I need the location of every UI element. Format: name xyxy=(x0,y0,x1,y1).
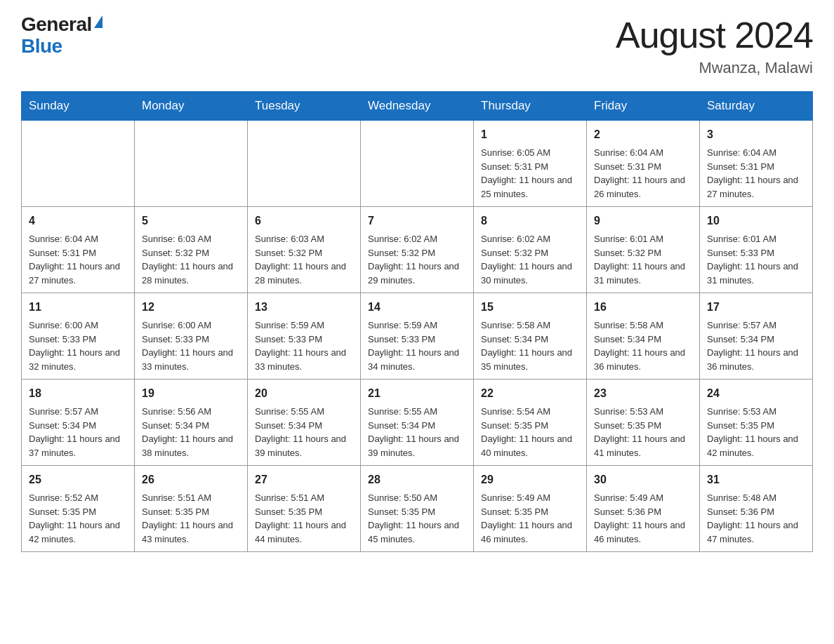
header-tuesday: Tuesday xyxy=(248,92,361,121)
calendar-cell: 29Sunrise: 5:49 AMSunset: 5:35 PMDayligh… xyxy=(474,466,587,552)
header-wednesday: Wednesday xyxy=(361,92,474,121)
day-info: Daylight: 11 hours and 31 minutes. xyxy=(707,260,805,287)
day-info: Daylight: 11 hours and 28 minutes. xyxy=(142,260,240,287)
calendar-cell: 2Sunrise: 6:04 AMSunset: 5:31 PMDaylight… xyxy=(587,121,700,207)
day-info: Daylight: 11 hours and 40 minutes. xyxy=(481,432,579,459)
day-info: Sunset: 5:34 PM xyxy=(481,333,579,347)
day-info: Sunset: 5:35 PM xyxy=(255,505,353,519)
day-number: 7 xyxy=(368,213,466,229)
calendar-cell: 4Sunrise: 6:04 AMSunset: 5:31 PMDaylight… xyxy=(22,207,135,293)
day-info: Sunrise: 5:59 AM xyxy=(255,318,353,333)
calendar-cell: 13Sunrise: 5:59 AMSunset: 5:33 PMDayligh… xyxy=(248,293,361,380)
day-info: Daylight: 11 hours and 39 minutes. xyxy=(368,432,466,459)
day-info: Daylight: 11 hours and 47 minutes. xyxy=(707,518,805,546)
day-number: 24 xyxy=(707,385,805,402)
day-info: Sunrise: 6:04 AM xyxy=(29,232,127,246)
week-row-5: 25Sunrise: 5:52 AMSunset: 5:35 PMDayligh… xyxy=(22,466,813,552)
day-info: Sunset: 5:34 PM xyxy=(255,419,353,433)
day-info: Daylight: 11 hours and 45 minutes. xyxy=(368,518,466,546)
day-info: Sunset: 5:33 PM xyxy=(29,333,127,347)
day-info: Sunset: 5:33 PM xyxy=(368,333,466,347)
header-sunday: Sunday xyxy=(22,92,135,121)
day-info: Sunrise: 5:51 AM xyxy=(142,491,240,505)
calendar-cell: 22Sunrise: 5:54 AMSunset: 5:35 PMDayligh… xyxy=(474,380,587,466)
day-info: Sunset: 5:35 PM xyxy=(481,505,579,519)
day-info: Sunrise: 5:59 AM xyxy=(368,318,466,333)
day-info: Daylight: 11 hours and 36 minutes. xyxy=(594,346,692,373)
calendar-cell: 20Sunrise: 5:55 AMSunset: 5:34 PMDayligh… xyxy=(248,380,361,466)
day-info: Sunrise: 5:53 AM xyxy=(594,405,692,419)
day-number: 1 xyxy=(481,126,579,143)
header-row: SundayMondayTuesdayWednesdayThursdayFrid… xyxy=(22,92,813,121)
calendar-cell: 7Sunrise: 6:02 AMSunset: 5:32 PMDaylight… xyxy=(361,207,474,293)
day-info: Sunset: 5:31 PM xyxy=(594,160,692,174)
logo-general-text: General xyxy=(21,14,92,36)
day-info: Sunrise: 5:56 AM xyxy=(142,405,240,419)
calendar-cell: 23Sunrise: 5:53 AMSunset: 5:35 PMDayligh… xyxy=(587,380,700,466)
calendar-cell: 16Sunrise: 5:58 AMSunset: 5:34 PMDayligh… xyxy=(587,293,700,380)
week-row-1: 1Sunrise: 6:05 AMSunset: 5:31 PMDaylight… xyxy=(22,121,813,207)
day-info: Sunset: 5:32 PM xyxy=(368,246,466,260)
week-row-3: 11Sunrise: 6:00 AMSunset: 5:33 PMDayligh… xyxy=(22,293,813,380)
day-info: Daylight: 11 hours and 26 minutes. xyxy=(594,173,692,201)
day-number: 8 xyxy=(481,213,579,229)
calendar-cell: 21Sunrise: 5:55 AMSunset: 5:34 PMDayligh… xyxy=(361,380,474,466)
calendar-cell: 11Sunrise: 6:00 AMSunset: 5:33 PMDayligh… xyxy=(22,293,135,380)
day-info: Sunset: 5:33 PM xyxy=(142,333,240,347)
calendar-cell: 27Sunrise: 5:51 AMSunset: 5:35 PMDayligh… xyxy=(248,466,361,552)
day-number: 17 xyxy=(707,299,805,316)
day-info: Sunrise: 6:02 AM xyxy=(368,232,466,246)
day-info: Sunrise: 6:02 AM xyxy=(481,232,579,246)
header-saturday: Saturday xyxy=(700,92,813,121)
calendar-cell: 5Sunrise: 6:03 AMSunset: 5:32 PMDaylight… xyxy=(135,207,248,293)
day-info: Sunset: 5:36 PM xyxy=(707,505,805,519)
day-number: 19 xyxy=(142,385,240,402)
day-number: 14 xyxy=(368,299,466,316)
day-info: Sunset: 5:35 PM xyxy=(29,505,127,519)
day-number: 6 xyxy=(255,213,353,229)
calendar-body: 1Sunrise: 6:05 AMSunset: 5:31 PMDaylight… xyxy=(22,121,813,552)
day-number: 4 xyxy=(29,213,127,229)
day-info: Sunset: 5:31 PM xyxy=(29,246,127,260)
day-info: Sunrise: 5:51 AM xyxy=(255,491,353,505)
header-monday: Monday xyxy=(135,92,248,121)
calendar-header: SundayMondayTuesdayWednesdayThursdayFrid… xyxy=(22,92,813,121)
day-number: 10 xyxy=(707,213,805,229)
day-number: 9 xyxy=(594,213,692,229)
day-info: Sunset: 5:34 PM xyxy=(29,419,127,433)
day-info: Sunset: 5:34 PM xyxy=(142,419,240,433)
day-number: 23 xyxy=(594,385,692,402)
day-info: Daylight: 11 hours and 27 minutes. xyxy=(707,173,805,201)
logo-triangle-icon xyxy=(94,15,102,28)
day-info: Sunset: 5:34 PM xyxy=(594,333,692,347)
day-info: Daylight: 11 hours and 37 minutes. xyxy=(29,432,127,459)
calendar-cell: 25Sunrise: 5:52 AMSunset: 5:35 PMDayligh… xyxy=(22,466,135,552)
day-info: Sunrise: 5:53 AM xyxy=(707,405,805,419)
day-number: 12 xyxy=(142,299,240,316)
day-info: Sunset: 5:35 PM xyxy=(594,419,692,433)
day-info: Sunrise: 5:55 AM xyxy=(368,405,466,419)
day-info: Daylight: 11 hours and 44 minutes. xyxy=(255,518,353,546)
title-block: August 2024 Mwanza, Malawi xyxy=(616,14,813,77)
day-info: Sunset: 5:32 PM xyxy=(481,246,579,260)
day-info: Sunrise: 6:00 AM xyxy=(29,318,127,333)
calendar-cell: 15Sunrise: 5:58 AMSunset: 5:34 PMDayligh… xyxy=(474,293,587,380)
day-number: 29 xyxy=(481,471,579,488)
day-info: Sunrise: 6:04 AM xyxy=(594,146,692,160)
day-number: 20 xyxy=(255,385,353,402)
day-number: 28 xyxy=(368,471,466,488)
day-info: Sunset: 5:35 PM xyxy=(368,505,466,519)
day-info: Sunrise: 5:54 AM xyxy=(481,405,579,419)
day-info: Sunrise: 5:57 AM xyxy=(707,318,805,333)
header-friday: Friday xyxy=(587,92,700,121)
day-info: Sunset: 5:36 PM xyxy=(594,505,692,519)
day-info: Sunset: 5:31 PM xyxy=(481,160,579,174)
day-info: Daylight: 11 hours and 43 minutes. xyxy=(142,518,240,546)
calendar-table: SundayMondayTuesdayWednesdayThursdayFrid… xyxy=(21,91,813,552)
day-info: Sunrise: 6:01 AM xyxy=(707,232,805,246)
calendar-cell: 12Sunrise: 6:00 AMSunset: 5:33 PMDayligh… xyxy=(135,293,248,380)
day-number: 26 xyxy=(142,471,240,488)
calendar-cell: 8Sunrise: 6:02 AMSunset: 5:32 PMDaylight… xyxy=(474,207,587,293)
day-number: 16 xyxy=(594,299,692,316)
calendar-cell: 31Sunrise: 5:48 AMSunset: 5:36 PMDayligh… xyxy=(700,466,813,552)
